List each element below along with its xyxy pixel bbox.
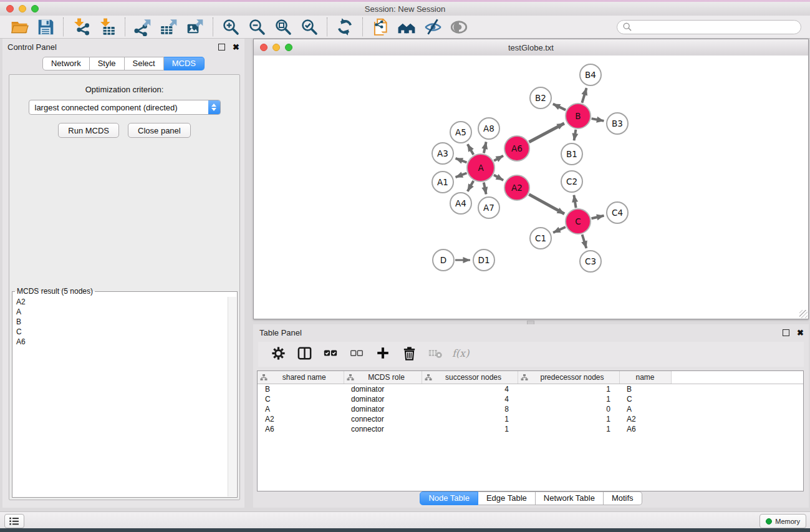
table-cell[interactable]: dominator bbox=[344, 384, 422, 395]
zoom-window-button[interactable] bbox=[31, 5, 39, 12]
graph-node-D1[interactable]: D1 bbox=[473, 249, 494, 271]
close-mcds-panel-button[interactable]: Close panel bbox=[128, 123, 191, 138]
refresh-button[interactable] bbox=[332, 17, 358, 37]
graph-node-A1[interactable]: A1 bbox=[432, 172, 453, 193]
graph-node-A3[interactable]: A3 bbox=[432, 143, 453, 164]
table-row[interactable]: A6connector11A6 bbox=[258, 424, 803, 434]
search-input[interactable] bbox=[635, 22, 796, 32]
table-cell[interactable]: 1 bbox=[518, 424, 619, 434]
close-window-button[interactable] bbox=[6, 5, 14, 12]
zoom-selected-button[interactable] bbox=[296, 17, 322, 37]
table-cell[interactable]: 1 bbox=[518, 414, 619, 424]
edge-C-C3[interactable] bbox=[582, 235, 587, 248]
table-cell[interactable]: B bbox=[258, 384, 344, 395]
edge-A-A3[interactable] bbox=[456, 158, 467, 163]
create-column-button[interactable] bbox=[372, 344, 394, 365]
column-header-successor-nodes[interactable]: successor nodes bbox=[422, 371, 518, 384]
table-cell[interactable]: 4 bbox=[422, 384, 518, 395]
edge-A6-B[interactable] bbox=[529, 123, 564, 142]
delete-columns-button[interactable] bbox=[398, 344, 420, 365]
graph-node-C1[interactable]: C1 bbox=[530, 228, 551, 249]
float-table-panel-button[interactable] bbox=[783, 329, 789, 336]
search-field[interactable] bbox=[617, 20, 801, 34]
table-row[interactable]: Bdominator41B bbox=[258, 384, 803, 395]
run-mcds-button[interactable]: Run MCDS bbox=[58, 123, 119, 138]
export-table-button[interactable] bbox=[156, 17, 182, 37]
column-layout-button[interactable] bbox=[293, 344, 316, 365]
float-panel-button[interactable] bbox=[218, 44, 225, 51]
table-settings-button[interactable] bbox=[267, 344, 289, 365]
graph-node-A[interactable]: A bbox=[467, 154, 494, 181]
network-canvas[interactable]: B4B2BB3A8A5A6A3B1AA1C2A2A4A7C4CC1DD1C3 bbox=[254, 56, 808, 319]
zoom-in-button[interactable] bbox=[218, 17, 244, 37]
import-table-button[interactable] bbox=[94, 17, 120, 37]
tab-network[interactable]: Network bbox=[42, 57, 90, 70]
edge-B-B4[interactable] bbox=[582, 88, 586, 103]
resize-grip-icon[interactable] bbox=[799, 310, 808, 318]
column-header-predecessor-nodes[interactable]: predecessor nodes bbox=[518, 371, 619, 384]
table-cell[interactable]: A bbox=[258, 404, 344, 414]
optimization-criterion-select[interactable]: largest connected component (directed) bbox=[29, 100, 221, 115]
show-panel-button[interactable] bbox=[446, 17, 472, 37]
table-cell[interactable]: 8 bbox=[422, 404, 518, 414]
task-history-button[interactable] bbox=[4, 514, 24, 528]
edge-A-A2[interactable] bbox=[494, 175, 503, 180]
network-minimize-button[interactable] bbox=[272, 44, 280, 51]
delete-table-button[interactable] bbox=[424, 344, 446, 365]
column-header-MCDS-role[interactable]: MCDS role bbox=[344, 371, 422, 384]
table-cell[interactable]: dominator bbox=[344, 404, 422, 414]
table-cell[interactable]: A6 bbox=[258, 424, 344, 434]
tab-edge-table[interactable]: Edge Table bbox=[478, 491, 536, 505]
graph-node-C2[interactable]: C2 bbox=[561, 171, 582, 192]
tab-mcds[interactable]: MCDS bbox=[164, 57, 205, 70]
table-cell[interactable]: A2 bbox=[258, 414, 344, 424]
network-close-button[interactable] bbox=[260, 44, 268, 51]
table-cell[interactable]: connector bbox=[344, 424, 422, 434]
graph-node-B2[interactable]: B2 bbox=[530, 87, 551, 109]
edge-A-A4[interactable] bbox=[468, 181, 474, 191]
table-cell[interactable]: 1 bbox=[422, 424, 518, 434]
table-row[interactable]: A2connector11A2 bbox=[258, 414, 803, 424]
network-window-titlebar[interactable]: testGlobe.txt bbox=[254, 39, 808, 56]
mcds-result-item[interactable]: B bbox=[13, 317, 228, 327]
edge-A2-C[interactable] bbox=[529, 195, 564, 214]
zoom-fit-button[interactable] bbox=[270, 17, 296, 37]
hide-panel-button[interactable] bbox=[420, 17, 446, 37]
zoom-out-button[interactable] bbox=[244, 17, 270, 37]
tab-select[interactable]: Select bbox=[125, 57, 164, 70]
table-cell[interactable]: C bbox=[619, 394, 671, 404]
graph-node-B[interactable]: B bbox=[566, 104, 591, 128]
edge-C-C4[interactable] bbox=[592, 216, 604, 218]
table-cell[interactable]: A2 bbox=[619, 414, 671, 424]
edge-A-A1[interactable] bbox=[456, 173, 467, 178]
graph-node-A2[interactable]: A2 bbox=[504, 175, 529, 200]
save-session-button[interactable] bbox=[32, 17, 59, 37]
mcds-result-item[interactable]: A2 bbox=[13, 297, 228, 307]
edge-A-A6[interactable] bbox=[494, 156, 503, 161]
tab-node-table[interactable]: Node Table bbox=[420, 491, 478, 505]
tab-motifs[interactable]: Motifs bbox=[604, 491, 642, 505]
close-table-panel-button[interactable]: ✖ bbox=[797, 330, 804, 336]
open-file-button[interactable] bbox=[6, 17, 32, 37]
graph-node-B1[interactable]: B1 bbox=[561, 143, 582, 165]
function-builder-button[interactable]: f(x) bbox=[450, 344, 473, 365]
network-zoom-button[interactable] bbox=[285, 44, 292, 51]
export-network-button[interactable] bbox=[130, 17, 156, 37]
table-cell[interactable]: C bbox=[258, 394, 344, 404]
tab-style[interactable]: Style bbox=[90, 57, 125, 70]
graph-node-B4[interactable]: B4 bbox=[580, 64, 601, 85]
edge-C-C1[interactable] bbox=[553, 227, 566, 233]
mcds-result-item[interactable]: A6 bbox=[13, 337, 228, 347]
table-cell[interactable]: 1 bbox=[518, 384, 619, 395]
graph-node-A7[interactable]: A7 bbox=[478, 197, 499, 218]
table-cell[interactable]: B bbox=[619, 384, 671, 395]
edge-B-B1[interactable] bbox=[574, 130, 576, 141]
minimize-window-button[interactable] bbox=[19, 5, 26, 12]
edge-C-C2[interactable] bbox=[574, 195, 576, 208]
edge-B-B3[interactable] bbox=[592, 118, 604, 121]
table-cell[interactable]: A6 bbox=[619, 424, 671, 434]
graph-node-B3[interactable]: B3 bbox=[607, 113, 628, 134]
edge-A-A8[interactable] bbox=[484, 142, 486, 153]
table-cell[interactable]: 1 bbox=[518, 394, 619, 404]
table-cell[interactable]: dominator bbox=[344, 394, 422, 404]
